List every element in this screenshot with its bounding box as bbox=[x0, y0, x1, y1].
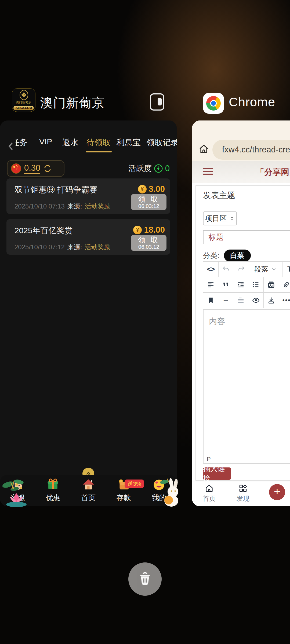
editor-toolbar-row2 bbox=[203, 277, 290, 292]
lotus-decoration bbox=[2, 492, 31, 507]
tab-lixibao[interactable]: 利息宝 bbox=[117, 137, 141, 148]
reward-date: 2025/10/10 07:13 bbox=[15, 203, 65, 210]
content-editor[interactable]: 内容 bbox=[203, 309, 290, 456]
section-title: 发表主题 bbox=[203, 190, 235, 201]
activity-value: 0 bbox=[165, 164, 170, 173]
insert-link-button[interactable]: 插入链接 bbox=[203, 467, 231, 480]
deposit-badge: 送3% bbox=[125, 480, 144, 488]
grid-icon bbox=[238, 484, 248, 493]
casino-app-icon-name: 澳门新葡京 bbox=[12, 100, 35, 104]
align-left-button[interactable] bbox=[203, 277, 218, 292]
reward-source: 活动奖励 bbox=[85, 243, 111, 251]
detail-list-button[interactable] bbox=[233, 293, 248, 308]
activity-bolt-icon bbox=[154, 164, 163, 173]
reward-amount: 3.00 bbox=[149, 184, 165, 194]
undo-button[interactable] bbox=[219, 262, 234, 277]
insert-image-button[interactable] bbox=[264, 277, 279, 292]
tab-lingqujilu[interactable]: 领取记录 bbox=[147, 137, 177, 148]
site-bottom-nav: 首页 发现 + bbox=[192, 481, 290, 506]
category-row: 分类: 白菜 bbox=[203, 250, 251, 262]
reward-title: 2025年百亿奖赏 bbox=[15, 225, 73, 236]
claim-button[interactable]: 领 取 06:03:12 bbox=[131, 235, 166, 251]
coin-icon: ¥ bbox=[138, 185, 147, 193]
nav-item-youhui[interactable]: 优惠 bbox=[35, 475, 71, 506]
reward-date: 2025/10/10 07:12 bbox=[15, 243, 65, 251]
reward-title: 双节钜惠⑨ 打码争霸赛 bbox=[15, 184, 97, 195]
coin-icon: ¥ bbox=[133, 226, 142, 234]
balance-value: 0.30 bbox=[24, 163, 40, 174]
activity-row: 活跃度 0 bbox=[128, 160, 170, 177]
reward-card: 双节钜惠⑨ 打码争霸赛 ¥ 3.00 2025/10/10 07:13 来源: … bbox=[6, 178, 170, 214]
site-nav-discover[interactable]: 发现 bbox=[231, 484, 255, 503]
bullet-list-button[interactable] bbox=[248, 277, 263, 292]
chrome-app-title: Chrome bbox=[229, 94, 275, 109]
cn-flag-icon bbox=[11, 163, 21, 174]
category-pill[interactable]: 白菜 bbox=[224, 250, 251, 262]
balance-pill[interactable]: 0.30 bbox=[7, 160, 64, 177]
chevron-down-icon bbox=[271, 266, 277, 272]
editor-toolbar-row1: <> 段落 T bbox=[203, 261, 290, 277]
lotus-emblem-icon bbox=[19, 90, 29, 100]
code-view-button[interactable]: <> bbox=[203, 262, 218, 277]
home-house-icon bbox=[81, 478, 95, 492]
indent-button[interactable] bbox=[233, 277, 248, 292]
divider bbox=[0, 154, 177, 154]
tab-fanshui[interactable]: 返水 bbox=[62, 137, 78, 148]
trash-icon bbox=[137, 571, 153, 587]
chrome-app-icon[interactable] bbox=[203, 93, 224, 114]
section-header: 发表主题 bbox=[196, 186, 290, 203]
refresh-icon[interactable] bbox=[43, 164, 52, 173]
forum-select[interactable]: 项目区 bbox=[203, 211, 237, 225]
post-form-panel: 发表主题 项目区 标题 分类: 白菜 <> bbox=[195, 185, 290, 481]
preview-eye-button[interactable] bbox=[248, 293, 263, 308]
home-icon[interactable] bbox=[198, 143, 210, 155]
claim-countdown: 06:03:12 bbox=[138, 244, 159, 250]
claim-button[interactable]: 领 取 06:03:12 bbox=[131, 194, 166, 210]
title-input[interactable]: 标题 bbox=[203, 230, 290, 244]
gift-icon bbox=[46, 478, 60, 492]
activity-label: 活跃度 bbox=[128, 163, 152, 174]
browser-toolbar: fxw4.cc/thread-create bbox=[192, 120, 290, 161]
title-placeholder: 标题 bbox=[208, 232, 223, 242]
clear-all-button[interactable] bbox=[128, 562, 162, 596]
site-header: 「分享网」项 bbox=[192, 161, 290, 183]
reward-source-label: 来源: bbox=[67, 243, 82, 251]
paragraph-style-dropdown[interactable]: 段落 bbox=[249, 262, 282, 277]
reward-card: 2025年百亿奖赏 ¥ 18.00 2025/10/10 07:12 来源: 活… bbox=[6, 219, 170, 255]
split-screen-button[interactable] bbox=[150, 93, 164, 111]
tab-renwu[interactable]: 任务 bbox=[16, 137, 30, 148]
download-button[interactable] bbox=[264, 293, 279, 308]
tab-dailingqu-active[interactable]: 待领取 bbox=[86, 137, 111, 148]
horizontal-rule-button[interactable]: — bbox=[218, 293, 233, 308]
reward-source: 活动奖励 bbox=[85, 202, 111, 211]
element-path-bar: P bbox=[203, 455, 290, 464]
split-screen-icon bbox=[158, 98, 162, 105]
casino-task-card[interactable]: 任务 VIP 返水 待领取 利息宝 领取记录 0.30 活跃度 bbox=[0, 120, 177, 506]
url-bar[interactable]: fxw4.cc/thread-create bbox=[212, 140, 290, 160]
reward-amount: 18.00 bbox=[144, 225, 165, 235]
casino-app-icon-domain: 2356A.COM bbox=[13, 106, 34, 110]
recents-screen: 澳门新葡京 2356A.COM 澳门新葡京 Chrome 任务 VIP 返水 待… bbox=[0, 0, 290, 644]
text-format-button[interactable]: T bbox=[282, 262, 290, 277]
nav-item-shouye[interactable]: 首页 bbox=[71, 475, 106, 506]
new-post-fab[interactable]: + bbox=[269, 484, 285, 500]
casino-app-icon[interactable]: 澳门新葡京 2356A.COM bbox=[12, 88, 35, 112]
claim-countdown: 06:03:12 bbox=[138, 203, 159, 209]
redo-button[interactable] bbox=[234, 262, 249, 277]
tab-vip[interactable]: VIP bbox=[39, 137, 52, 146]
blockquote-button[interactable] bbox=[218, 277, 233, 292]
content-placeholder: 内容 bbox=[209, 316, 225, 327]
chrome-logo-icon bbox=[206, 96, 221, 111]
more-tools-button[interactable]: ••• bbox=[279, 293, 290, 308]
active-tab-underline bbox=[86, 151, 112, 152]
chrome-task-card[interactable]: fxw4.cc/thread-create 「分享网」项 发表主题 项目区 标题 bbox=[192, 120, 290, 506]
category-label: 分类: bbox=[203, 251, 220, 261]
site-nav-home[interactable]: 首页 bbox=[197, 484, 221, 503]
rabbit-decoration bbox=[159, 478, 182, 507]
site-title: 「分享网」项 bbox=[256, 167, 290, 178]
insert-link-icon-button[interactable] bbox=[279, 277, 290, 292]
menu-icon[interactable] bbox=[203, 168, 213, 177]
editor-toolbar-row3: — ••• bbox=[203, 292, 290, 308]
url-text: fxw4.cc/thread-create bbox=[222, 145, 290, 155]
bookmark-button[interactable] bbox=[203, 293, 218, 308]
